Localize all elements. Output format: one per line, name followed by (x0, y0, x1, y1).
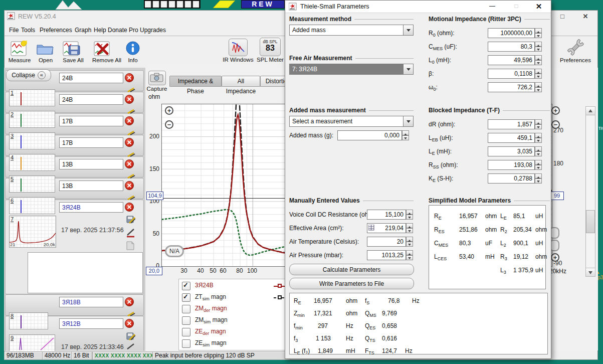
legend-item[interactable]: ZMsim magn (182, 315, 228, 325)
vertical-scrollbar[interactable] (585, 106, 595, 277)
edit-icon[interactable] (127, 108, 135, 113)
edit-notes-icon[interactable] (126, 229, 135, 238)
spinner[interactable] (535, 173, 542, 184)
open-button[interactable]: Open (35, 57, 56, 63)
spl-meter-icon[interactable]: dB SPL 83 (260, 38, 281, 56)
legend-checkbox[interactable] (182, 339, 190, 348)
desktop-icon-fragment[interactable] (52, 1, 85, 10)
legend-checkbox[interactable] (182, 305, 190, 313)
scroll-up-icon[interactable] (586, 107, 595, 115)
added-mass-measurement-select[interactable]: Select a measurement (289, 116, 414, 127)
remove-all-icon[interactable] (93, 40, 112, 57)
zoom-out-button[interactable]: − (165, 120, 173, 129)
capture-button[interactable]: Capture (144, 86, 169, 92)
dialog-close-button[interactable]: ✕ (534, 2, 544, 11)
menu-tools[interactable]: Tools (21, 27, 35, 34)
zoom-button-bottom-right[interactable]: + (551, 253, 559, 262)
rss-field[interactable]: 193,08 (488, 160, 535, 170)
edit-icon[interactable] (127, 130, 135, 135)
delete-measurement-button[interactable] (125, 159, 134, 168)
maximize-button[interactable]: □ (558, 13, 566, 20)
open-icon[interactable] (36, 42, 54, 55)
ke-field[interactable]: 0,2788 (488, 173, 535, 184)
spinner[interactable] (535, 133, 542, 143)
measurement-name-input[interactable]: 24В (59, 94, 123, 105)
measurement-thumbnail[interactable]: 1 (9, 89, 55, 106)
dropdown-arrow-icon[interactable] (403, 116, 413, 126)
spinner[interactable] (406, 250, 413, 260)
added-mass-spinner[interactable] (402, 130, 409, 140)
notes-icon[interactable] (126, 241, 135, 250)
spinner[interactable] (535, 55, 542, 65)
menu-graph[interactable]: Graph (75, 27, 91, 34)
dr-field[interactable]: 1,857 (488, 119, 535, 129)
spinner[interactable] (535, 42, 542, 52)
edit-icon[interactable] (127, 311, 135, 316)
save-all-button[interactable]: Save All (60, 57, 86, 63)
measurement-thumbnail[interactable]: 4 (9, 154, 55, 171)
measurement-name-input[interactable]: 13В (59, 180, 123, 191)
measure-icon[interactable] (10, 40, 29, 57)
desktop-icon-keyboard[interactable] (144, 0, 200, 9)
legend-item[interactable]: ZEsim magn (182, 338, 227, 348)
measurement-name-input[interactable]: 17В (59, 116, 123, 126)
zoom-in-button[interactable]: + (165, 106, 173, 115)
delete-measurement-button[interactable] (125, 203, 134, 212)
edit-icon[interactable] (127, 173, 135, 178)
measurement-thumbnail[interactable]: 9 (9, 334, 55, 351)
measurement-name-input[interactable]: 24В (59, 73, 123, 83)
spinner[interactable] (535, 28, 542, 38)
spinner[interactable] (535, 119, 542, 129)
measurement-name-input[interactable]: 3Я18В (59, 297, 123, 307)
measurement-thumbnail[interactable]: 3 (9, 132, 55, 149)
edit-icon[interactable] (127, 87, 135, 92)
free-air-measurement-select[interactable]: 7: 3Я24В (289, 64, 414, 75)
menu-pro-upgrades[interactable]: Pro Upgrades (129, 27, 166, 34)
measurement-thumbnail[interactable]: 5 (9, 175, 55, 193)
le-field[interactable]: 3,035 (488, 146, 535, 156)
info-button[interactable]: Info (123, 57, 142, 63)
scroll-down-icon[interactable] (586, 268, 595, 276)
spinner[interactable] (406, 223, 413, 233)
dropdown-arrow-icon[interactable] (403, 25, 413, 35)
zoom-out-button-right[interactable]: − (551, 120, 560, 129)
air-pressure-field[interactable]: 1013,25 (367, 250, 406, 260)
beta-field[interactable]: 0,1108 (488, 69, 535, 79)
dialog-minimize-button[interactable]: — (488, 3, 497, 10)
delete-measurement-button[interactable] (125, 116, 134, 125)
dropdown-arrow-icon[interactable] (403, 64, 413, 74)
measurement-thumbnail[interactable]: 6 (9, 197, 55, 214)
spinner[interactable] (535, 69, 542, 79)
cmes-field[interactable]: 80,3 (488, 42, 535, 52)
write-parameters-button[interactable]: Write Parameters to File (289, 278, 414, 289)
r0-field[interactable]: 1000000,00 (488, 28, 535, 38)
measurement-method-select[interactable]: Added mass (289, 25, 414, 36)
legend-item[interactable]: ZTsim magn (182, 292, 226, 302)
edit-icon[interactable] (127, 195, 135, 200)
delete-measurement-button[interactable] (125, 73, 134, 82)
zoom-in-button-right[interactable]: + (551, 106, 560, 115)
spinner[interactable] (535, 82, 542, 92)
measurement-thumbnail[interactable]: 8 (9, 312, 48, 329)
measure-button[interactable]: Measure (6, 57, 33, 63)
l0-field[interactable]: 49,596 (488, 55, 535, 65)
edit-icon[interactable] (127, 151, 135, 156)
edit-notes-icon[interactable] (126, 343, 135, 351)
save-measurement-icon[interactable] (126, 331, 135, 340)
tab-impedance-phase[interactable]: Impedance & Phase (169, 76, 222, 87)
save-all-icon[interactable] (62, 40, 81, 57)
spinner[interactable] (406, 210, 413, 220)
legend-checkbox[interactable] (182, 282, 190, 290)
close-button[interactable]: ✕ (581, 13, 589, 20)
selected-measurement-thumbnail[interactable]: 7 21 20,0k (9, 216, 56, 248)
legend-item[interactable]: ZEder magn (182, 327, 226, 337)
legend-item[interactable]: ZMder magn (182, 304, 227, 314)
info-icon[interactable] (125, 41, 140, 56)
ir-windows-button[interactable]: IR Windows (222, 57, 255, 63)
delete-measurement-button[interactable] (125, 95, 134, 104)
capture-icon[interactable] (148, 71, 166, 85)
menu-file[interactable]: File (9, 27, 19, 34)
calculate-parameters-button[interactable]: Calculate Parameters (289, 264, 414, 275)
measurement-name-input[interactable]: 13В (59, 159, 123, 169)
preferences-button[interactable]: Preferences (554, 57, 596, 63)
